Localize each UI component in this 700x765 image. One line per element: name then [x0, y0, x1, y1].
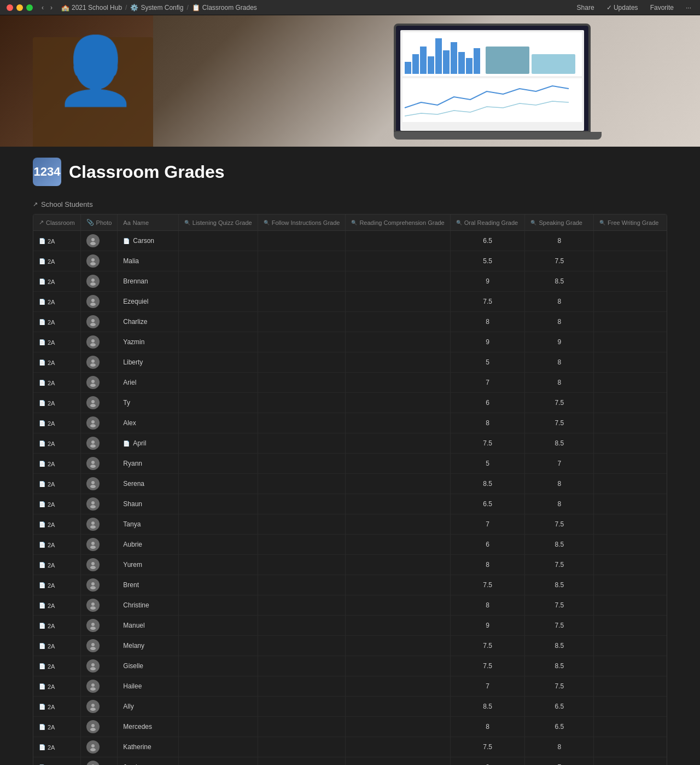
doc-icon: 📄 [39, 420, 45, 426]
cell-name[interactable]: Yurem [118, 555, 179, 575]
table-row: 📄 2A Ty 6 [33, 393, 667, 413]
cell-name[interactable]: Christine [118, 595, 179, 616]
avatar [86, 335, 100, 349]
th-speaking[interactable]: 🔍 Speaking Grade [525, 215, 594, 231]
cell-name[interactable]: Ezequiel [118, 292, 179, 312]
avatar [86, 275, 100, 288]
svg-point-17 [90, 404, 96, 407]
cell-name[interactable]: Serena [118, 474, 179, 494]
cell-follow-instructions [258, 433, 346, 454]
relation-icon: ↗ [39, 219, 44, 226]
cell-name[interactable]: Charlize [118, 312, 179, 332]
svg-point-42 [91, 663, 95, 667]
close-button[interactable] [7, 4, 13, 11]
cell-follow-instructions [258, 697, 346, 717]
cell-reading-comprehension [346, 555, 450, 575]
cell-oral-reading: 8 [450, 717, 525, 737]
updates-button[interactable]: ✓ Updates [604, 3, 640, 13]
cell-free-writing [594, 757, 667, 766]
cell-free-writing [594, 332, 667, 352]
svg-point-5 [90, 282, 96, 286]
cell-name[interactable]: Brennan [118, 271, 179, 292]
section-header: ↗ School Students [33, 200, 667, 208]
svg-point-12 [91, 360, 95, 363]
students-table: ↗ Classroom 📎 Photo Aa [33, 215, 667, 765]
search-icon-5: 🔍 [530, 220, 536, 225]
svg-point-46 [91, 704, 95, 707]
cell-name[interactable]: Malia [118, 251, 179, 271]
cell-name[interactable]: Shaun [118, 494, 179, 514]
cell-name[interactable]: 📄 April [118, 433, 179, 454]
cell-photo [80, 656, 118, 676]
cell-follow-instructions [258, 757, 346, 766]
cell-name[interactable]: 📄 Carson [118, 231, 179, 251]
breadcrumb-hub[interactable]: 🏫 2021 School Hub [61, 4, 122, 11]
cell-name[interactable]: Ally [118, 697, 179, 717]
cell-oral-reading: 8.5 [450, 474, 525, 494]
page-icon: 1234 [33, 158, 61, 186]
cell-follow-instructions [258, 271, 346, 292]
doc-icon: 📄 [39, 643, 45, 649]
cell-classroom: 📄 2A [33, 373, 80, 393]
cell-name[interactable]: Aubrie [118, 535, 179, 555]
th-free-writing[interactable]: 🔍 Free Writing Grade [594, 215, 667, 231]
more-button[interactable]: ··· [684, 3, 693, 13]
cell-name[interactable]: Jayden [118, 757, 179, 766]
favorite-button[interactable]: Favorite [648, 3, 676, 13]
cell-speaking: 8.5 [525, 575, 594, 595]
cell-name[interactable]: Brent [118, 575, 179, 595]
avatar [86, 416, 100, 430]
nav-forward[interactable]: › [48, 3, 55, 13]
titlebar-actions: Share ✓ Updates Favorite ··· [575, 3, 693, 13]
avatar [86, 720, 100, 733]
cell-oral-reading: 9 [450, 271, 525, 292]
cell-reading-comprehension [346, 413, 450, 433]
cell-name[interactable]: Tanya [118, 514, 179, 535]
th-photo[interactable]: 📎 Photo [80, 215, 118, 231]
cell-photo [80, 676, 118, 697]
th-reading-comprehension[interactable]: 🔍 Reading Comprehension Grade [346, 215, 450, 231]
cell-photo [80, 292, 118, 312]
cell-name[interactable]: Katherine [118, 737, 179, 757]
cell-name[interactable]: Alex [118, 413, 179, 433]
cell-name[interactable]: Liberty [118, 352, 179, 373]
cell-name[interactable]: Yazmin [118, 332, 179, 352]
cell-name[interactable]: Giselle [118, 656, 179, 676]
th-oral-reading[interactable]: 🔍 Oral Reading Grade [450, 215, 525, 231]
minimize-button[interactable] [16, 4, 23, 11]
students-table-container: ↗ Classroom 📎 Photo Aa [33, 214, 667, 765]
cell-photo [80, 575, 118, 595]
cell-oral-reading: 8 [450, 595, 525, 616]
svg-point-32 [91, 562, 95, 565]
maximize-button[interactable] [26, 4, 33, 11]
svg-point-3 [90, 262, 96, 265]
cell-free-writing [594, 433, 667, 454]
th-name[interactable]: Aa Name [118, 215, 179, 231]
cell-name[interactable]: Ariel [118, 373, 179, 393]
cell-photo [80, 595, 118, 616]
cell-classroom: 📄 2A [33, 636, 80, 656]
cell-speaking: 8 [525, 292, 594, 312]
cell-oral-reading: 7.5 [450, 575, 525, 595]
cell-free-writing [594, 717, 667, 737]
th-listening-quiz[interactable]: 🔍 Listening Quizz Grade [178, 215, 258, 231]
th-follow-instructions[interactable]: 🔍 Follow Instructions Grade [258, 215, 346, 231]
cell-name[interactable]: Manuel [118, 616, 179, 636]
share-button[interactable]: Share [575, 3, 597, 13]
cell-reading-comprehension [346, 352, 450, 373]
svg-point-16 [91, 400, 95, 403]
cell-name[interactable]: Ryann [118, 454, 179, 474]
cell-oral-reading: 8.5 [450, 697, 525, 717]
cell-name[interactable]: Hailee [118, 676, 179, 697]
cell-name[interactable]: Melany [118, 636, 179, 656]
cell-name[interactable]: Ty [118, 393, 179, 413]
doc-icon: 📄 [39, 704, 45, 710]
th-classroom[interactable]: ↗ Classroom [33, 215, 80, 231]
cell-speaking: 8 [525, 474, 594, 494]
doc-icon: 📄 [39, 521, 45, 528]
breadcrumb-config[interactable]: ⚙️ System Config [130, 4, 183, 11]
cell-name[interactable]: Mercedes [118, 717, 179, 737]
svg-point-35 [90, 586, 96, 589]
cell-reading-comprehension [346, 373, 450, 393]
nav-back[interactable]: ‹ [39, 3, 46, 13]
